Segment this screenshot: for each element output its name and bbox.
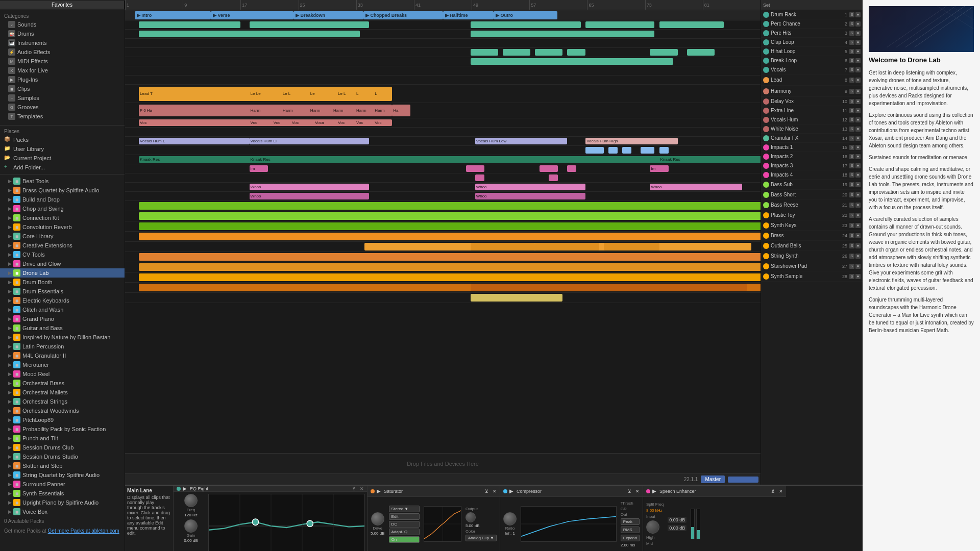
track-activator[interactable] <box>763 98 769 105</box>
speech-collapse[interactable]: ⊻ <box>771 489 775 494</box>
track-s-btn[interactable]: S <box>849 154 854 159</box>
clip[interactable]: Vocals Hum Low <box>475 138 567 145</box>
track-entry-white-noise[interactable]: White Noise 13 S ● <box>761 124 863 134</box>
clip[interactable]: Whoo <box>475 184 586 191</box>
pack-item-pitchloop89[interactable]: ▶◼PitchLoop89 <box>0 415 125 424</box>
track-s-btn[interactable]: S <box>849 127 854 132</box>
pack-link[interactable]: Get more Packs at Get more Packs at able… <box>0 526 125 536</box>
track-s-btn[interactable]: S <box>849 264 854 269</box>
sat-collapse[interactable]: ⊻ <box>485 489 488 494</box>
track-m-btn[interactable]: ● <box>855 154 861 159</box>
track-m-btn[interactable]: ● <box>855 163 861 168</box>
pack-item-skitter-and-step[interactable]: ▶◼Skitter and Step <box>0 461 125 470</box>
clip[interactable] <box>659 147 669 154</box>
pack-item-cv-tools[interactable]: ▶◼CV Tools <box>0 250 125 259</box>
clip[interactable]: Whoo <box>250 184 370 191</box>
eq-collapse-btn[interactable]: ⊻ <box>352 486 356 491</box>
sidebar-item-midi-effects[interactable]: M MIDI Effects <box>0 57 125 66</box>
pack-item-voice-box[interactable]: ▶◼Voice Box <box>0 507 125 516</box>
track-s-btn[interactable]: S <box>849 31 854 36</box>
sidebar-item-templates[interactable]: T Templates <box>0 112 125 121</box>
track-s-btn[interactable]: S <box>849 49 854 54</box>
clip[interactable] <box>471 284 747 291</box>
eq-freq-knob[interactable]: Freq 120 Hz <box>176 494 206 517</box>
pack-item-creative-extensions[interactable]: ▶◼Creative Extensions <box>0 241 125 250</box>
clip[interactable]: Whoo <box>650 184 742 191</box>
track-m-btn[interactable]: ● <box>855 145 861 150</box>
clip[interactable]: Harm <box>250 105 273 116</box>
track-m-btn[interactable]: ● <box>855 274 861 279</box>
sat-adaptq-btn[interactable]: Adapt. Q <box>389 529 420 535</box>
comp-close[interactable]: ✕ <box>635 489 640 494</box>
track-activator[interactable] <box>763 163 769 169</box>
track-activator[interactable] <box>763 67 769 73</box>
clip[interactable] <box>471 294 562 302</box>
track-m-btn[interactable]: ● <box>855 254 861 259</box>
track-m-btn[interactable]: ● <box>855 192 861 197</box>
track-activator[interactable] <box>763 135 769 141</box>
pack-item-convolution-reverb[interactable]: ▶◼Convolution Reverb <box>0 222 125 232</box>
track-entry-clap-loop[interactable]: Clap Loop 4 S ● <box>761 38 863 47</box>
pack-item-orchestral-brass[interactable]: ▶◼Orchestral Brass <box>0 379 125 388</box>
pack-item-chop-and-swing[interactable]: ▶◼Chop and Swing <box>0 204 125 213</box>
clip[interactable]: Harm <box>309 105 328 116</box>
sidebar-item-instruments[interactable]: 🎹 Instruments <box>0 38 125 47</box>
pack-item-build-and-drop[interactable]: ▶◼Build and Drop <box>0 195 125 204</box>
track-s-btn[interactable]: S <box>849 163 854 168</box>
clip[interactable]: Voc <box>291 119 309 127</box>
track-entry-hihat-loop[interactable]: Hihat Loop 5 S ● <box>761 47 863 56</box>
track-s-btn[interactable]: S <box>849 67 854 72</box>
clip[interactable] <box>475 174 484 182</box>
sat-color-btn[interactable]: Analog Clip ▼ <box>465 535 497 541</box>
clip[interactable]: L <box>374 87 392 101</box>
clip[interactable]: Voc <box>273 119 291 127</box>
section-chopped-breaks[interactable]: ▶ Chopped Breaks <box>363 11 443 19</box>
comp-play-btn[interactable]: ▶ <box>509 488 513 494</box>
place-add-folder[interactable]: + Add Folder... <box>0 163 125 172</box>
clip[interactable] <box>139 273 761 281</box>
track-activator[interactable] <box>763 202 769 208</box>
pack-item-session-drums-studio[interactable]: ▶◼Session Drums Studio <box>0 452 125 461</box>
pack-item-grand-piano[interactable]: ▶◼Grand Piano <box>0 314 125 323</box>
track-entry-break-loop[interactable]: Break Loop 6 S ● <box>761 56 863 65</box>
place-packs[interactable]: 📦 Packs <box>0 135 125 144</box>
track-s-btn[interactable]: S <box>849 192 854 197</box>
pack-item-session-drums-club[interactable]: ▶◼Session Drums Club <box>0 443 125 452</box>
track-s-btn[interactable]: S <box>849 223 854 228</box>
clip[interactable] <box>250 21 370 29</box>
clip[interactable]: Harm <box>332 105 351 116</box>
clip[interactable] <box>139 31 360 38</box>
clip[interactable] <box>641 147 654 154</box>
comp-peak-btn[interactable]: Peak <box>621 518 640 525</box>
clip[interactable] <box>659 21 724 29</box>
track-m-btn[interactable]: ● <box>855 49 861 54</box>
track-entry-bass-reese[interactable]: Bass Reese 21 S ● <box>761 200 863 210</box>
pack-item-brass-quartet-by-spitfire-audio[interactable]: ▶◼Brass Quartet by Spitfire Audio <box>0 186 125 195</box>
clip[interactable] <box>540 165 558 172</box>
pack-item-inspired-by-nature-by-dillon-bastan[interactable]: ▶◼Inspired by Nature by Dillon Bastan <box>0 333 125 342</box>
clip[interactable]: Le L <box>282 87 300 101</box>
pack-item-surround-panner[interactable]: ▶◼Surround Panner <box>0 480 125 489</box>
track-activator[interactable] <box>763 88 769 94</box>
track-activator[interactable] <box>763 212 769 218</box>
track-entry-perc-chance[interactable]: Perc Chance 2 S ● <box>761 19 863 29</box>
track-activator[interactable] <box>763 182 769 188</box>
track-entry-perc-hits[interactable]: Perc Hits 3 S ● <box>761 29 863 38</box>
track-entry-impacts-3[interactable]: Impacts 3 17 S ● <box>761 161 863 170</box>
track-m-btn[interactable]: ● <box>855 31 861 36</box>
track-m-btn[interactable]: ● <box>855 233 861 238</box>
track-entry-plastic-toy[interactable]: Plastic Toy 22 S ● <box>761 210 863 220</box>
pack-item-m4l-granulator-ii[interactable]: ▶◼M4L Granulator II <box>0 351 125 360</box>
pack-item-connection-kit[interactable]: ▶◼Connection Kit <box>0 213 125 222</box>
pack-item-probability-pack-by-sonic-faction[interactable]: ▶◼Probability Pack by Sonic Faction <box>0 424 125 434</box>
sidebar-item-drums[interactable]: 🥁 Drums <box>0 29 125 38</box>
track-entry-synth-keys[interactable]: Synth Keys 23 S ● <box>761 220 863 231</box>
track-m-btn[interactable]: ● <box>855 117 861 122</box>
clip[interactable]: Le Le <box>250 87 268 101</box>
track-s-btn[interactable]: S <box>849 40 854 45</box>
clip[interactable] <box>608 147 618 154</box>
track-s-btn[interactable]: S <box>849 213 854 218</box>
track-entry-synth-sample[interactable]: Synth Sample 28 S ● <box>761 271 863 282</box>
pack-item-drum-booth[interactable]: ▶◼Drum Booth <box>0 278 125 287</box>
track-activator[interactable] <box>763 39 769 45</box>
